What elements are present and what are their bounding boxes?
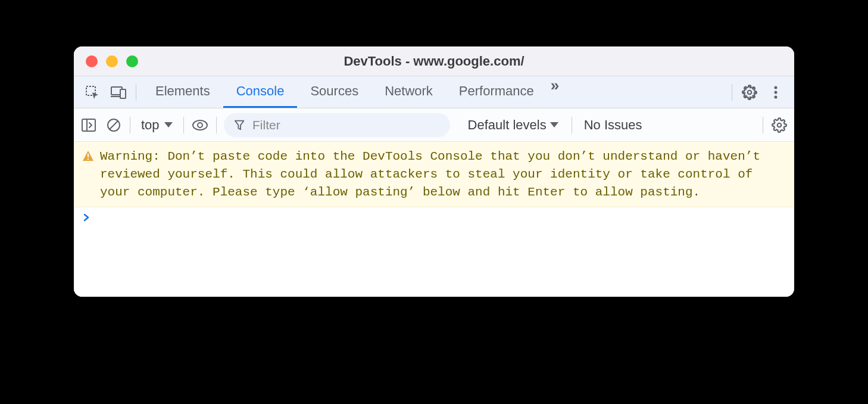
panel-tabs: Elements Console Sources Network Perform… [142,76,547,108]
divider [216,117,217,133]
chevron-down-icon [550,122,558,128]
console-toolbar: top Default levels No Issues [74,108,794,142]
clear-console-icon[interactable] [105,116,123,134]
more-tabs-button[interactable]: » [547,76,560,108]
svg-point-13 [198,123,202,128]
filter-icon [235,120,244,130]
svg-point-5 [775,86,778,89]
svg-rect-8 [82,119,95,131]
svg-point-4 [748,90,752,94]
execution-context-dropdown[interactable]: top [138,117,176,133]
zoom-window-button[interactable] [126,55,138,67]
prompt-chevron-icon [83,213,90,222]
svg-line-11 [110,121,118,129]
console-warning-text: Warning: Don’t paste code into the DevTo… [100,148,783,201]
inspect-element-icon[interactable] [83,83,101,101]
panel-tabs-bar: Elements Console Sources Network Perform… [74,76,794,108]
filter-field[interactable] [224,113,450,137]
tab-network[interactable]: Network [371,76,446,108]
divider [136,84,136,101]
toggle-sidebar-icon[interactable] [80,116,98,134]
device-toolbar-icon[interactable] [110,83,127,101]
filter-input[interactable] [252,118,439,132]
console-messages: Warning: Don’t paste code into the DevTo… [74,142,794,297]
tab-sources[interactable]: Sources [297,76,371,108]
log-levels-dropdown[interactable]: Default levels [468,117,558,133]
svg-point-12 [193,120,207,130]
devtools-window: DevTools - www.google.com/ Elements C [74,46,794,297]
traffic-lights [86,55,138,67]
svg-point-7 [775,95,778,98]
kebab-menu-icon[interactable] [767,83,785,101]
divider [763,117,763,133]
live-expression-icon[interactable] [191,116,209,134]
console-settings-icon[interactable] [770,116,788,134]
divider [732,84,732,101]
console-warning-row: Warning: Don’t paste code into the DevTo… [74,142,794,207]
divider [572,117,572,133]
settings-icon[interactable] [741,83,758,101]
window-title: DevTools - www.google.com/ [74,54,794,69]
svg-rect-3 [120,89,126,98]
close-window-button[interactable] [86,55,98,67]
svg-rect-15 [88,154,89,157]
svg-rect-16 [88,159,89,160]
issues-button[interactable]: No Issues [584,117,642,133]
chevron-down-icon [164,122,173,128]
log-levels-label: Default levels [468,117,547,133]
tab-console[interactable]: Console [223,76,298,108]
console-prompt[interactable] [74,207,794,228]
svg-point-14 [778,123,782,127]
tab-elements[interactable]: Elements [142,76,223,108]
divider [183,117,184,133]
warning-icon [82,150,94,162]
execution-context-label: top [141,117,160,133]
titlebar: DevTools - www.google.com/ [74,46,794,76]
minimize-window-button[interactable] [106,55,118,67]
divider [130,117,130,133]
tab-performance[interactable]: Performance [446,76,547,108]
svg-point-6 [775,91,778,94]
